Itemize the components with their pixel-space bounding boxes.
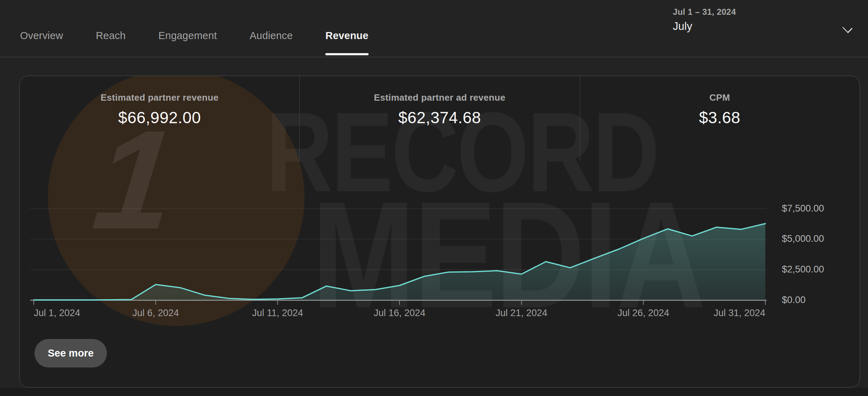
y-axis-label: $7,500.00 [782,203,824,214]
x-axis-label: Jul 16, 2024 [374,308,425,319]
metric-cards-row: Estimated partner revenue$66,992.00Estim… [20,76,860,161]
y-axis-label: $0.00 [782,295,806,306]
chevron-down-icon[interactable] [841,21,854,34]
tab-engagement[interactable]: Engagement [158,15,217,57]
x-axis-label: Jul 21, 2024 [496,308,547,319]
tab-overview[interactable]: Overview [20,15,63,57]
x-axis-label: Jul 6, 2024 [133,308,179,319]
chart-area-fill [34,224,765,300]
y-axis-label: $5,000.00 [782,233,824,244]
metric-value: $62,374.68 [300,108,579,127]
y-axis-label: $2,500.00 [782,264,824,275]
tab-audience[interactable]: Audience [250,15,293,57]
page-bottom-strip [0,388,868,396]
metric-value: $3.68 [580,108,860,127]
tab-list: OverviewReachEngagementAudienceRevenue [20,0,369,57]
metric-card-1[interactable]: Estimated partner ad revenue$62,374.68 [299,76,579,161]
date-range-text: Jul 1 – 31, 2024 [673,7,863,17]
metric-label: Estimated partner ad revenue [300,92,579,103]
metric-value: $66,992.00 [20,108,299,127]
chart-x-axis-labels: Jul 1, 2024Jul 6, 2024Jul 11, 2024Jul 16… [34,308,765,322]
metric-label: Estimated partner revenue [20,92,299,103]
x-axis-label: Jul 31, 2024 [714,308,765,319]
x-axis-label: Jul 1, 2024 [34,308,80,319]
metric-card-0[interactable]: Estimated partner revenue$66,992.00 [20,76,299,161]
tab-reach[interactable]: Reach [96,15,126,57]
metric-card-2[interactable]: CPM$3.68 [580,76,860,161]
tab-revenue[interactable]: Revenue [325,15,368,57]
metric-label: CPM [580,92,860,103]
date-period-text: July [673,20,863,33]
see-more-button[interactable]: See more [34,339,107,367]
revenue-report-card: 1 RECORD MEDIA Estimated partner revenue… [19,76,860,388]
x-axis-label: Jul 11, 2024 [252,308,303,319]
date-range-selector[interactable]: Jul 1 – 31, 2024 July [673,7,863,46]
x-axis-label: Jul 26, 2024 [618,308,669,319]
revenue-area-chart[interactable] [34,192,765,308]
